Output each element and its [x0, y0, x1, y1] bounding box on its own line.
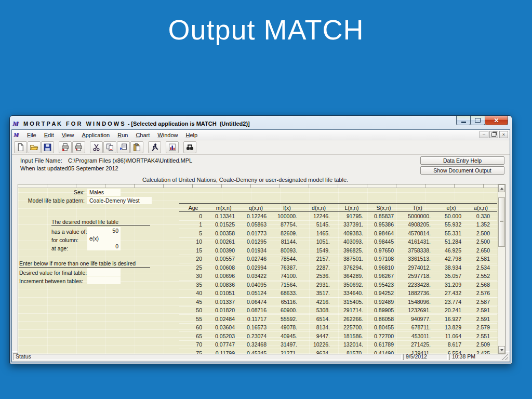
table-cell[interactable]: 2.568: [467, 282, 495, 288]
scrollbar-thumb[interactable]: [498, 197, 505, 247]
table-cell[interactable]: 15: [179, 247, 207, 254]
table-cell[interactable]: 2.551: [467, 333, 495, 339]
table-cell[interactable]: 10: [179, 238, 207, 245]
print-button[interactable]: [59, 141, 72, 153]
table-cell[interactable]: 0.01773: [240, 230, 272, 236]
table-cell[interactable]: 81570.: [335, 350, 368, 354]
table-cell[interactable]: 2.425: [467, 350, 495, 354]
table-cell[interactable]: 181586.: [335, 333, 368, 339]
table-cell[interactable]: 8134.: [302, 324, 335, 330]
table-cell[interactable]: 4161431.: [399, 238, 436, 245]
table-cell[interactable]: 0.41490: [368, 350, 399, 354]
table-cell[interactable]: 27.432: [436, 290, 467, 296]
table-cell[interactable]: 1465.: [302, 230, 335, 236]
table-cell[interactable]: 9624.: [302, 350, 335, 354]
data-entry-help-button[interactable]: Data Entry Help: [420, 156, 504, 165]
table-cell[interactable]: 9447.: [302, 333, 335, 339]
table-cell[interactable]: 0.96267: [368, 273, 399, 279]
table-cell[interactable]: 31.209: [436, 282, 467, 288]
table-cell[interactable]: 2.579: [467, 324, 495, 330]
chart-button[interactable]: [166, 141, 179, 153]
table-cell[interactable]: 0.01051: [207, 290, 240, 296]
table-cell[interactable]: 350692.: [335, 282, 368, 288]
table-cell[interactable]: 42.798: [436, 256, 467, 262]
table-cell[interactable]: 0.89905: [368, 307, 399, 313]
table-cell[interactable]: 3758338.: [399, 247, 436, 254]
table-cell[interactable]: 4570814.: [399, 230, 436, 236]
table-cell[interactable]: 376294.: [335, 264, 368, 271]
table-cell[interactable]: 940977.: [399, 316, 436, 322]
mdi-child-icon[interactable]: M: [14, 131, 22, 138]
table-cell[interactable]: 46.925: [436, 247, 467, 254]
table-cell[interactable]: 0.97108: [368, 256, 399, 262]
table-cell[interactable]: 0.72700: [368, 333, 399, 339]
table-cell[interactable]: 35.057: [436, 273, 467, 279]
table-cell[interactable]: 0.01934: [240, 247, 272, 254]
table-cell[interactable]: 49078.: [272, 324, 302, 330]
table-cell[interactable]: 453011.: [399, 333, 436, 339]
table-cell[interactable]: 35: [179, 282, 207, 288]
table-cell[interactable]: 55.331: [436, 230, 467, 236]
table-cell[interactable]: 0.01337: [207, 299, 240, 305]
table-cell[interactable]: 0.92489: [368, 299, 399, 305]
cut-button[interactable]: [90, 141, 103, 153]
table-cell[interactable]: 0.96810: [368, 264, 399, 271]
vertical-scrollbar[interactable]: [498, 184, 505, 354]
table-cell[interactable]: 0.05203: [207, 333, 240, 339]
table-cell[interactable]: 6514.: [302, 316, 335, 322]
table-cell[interactable]: 60900.: [272, 307, 302, 313]
table-cell[interactable]: 0.01820: [207, 307, 240, 313]
table-cell[interactable]: 6.554: [436, 350, 467, 354]
table-cell[interactable]: 0.11717: [240, 316, 272, 322]
table-cell[interactable]: 0.00836: [207, 282, 240, 288]
table-cell[interactable]: 409383.: [335, 230, 368, 236]
table-cell[interactable]: 65: [179, 333, 207, 339]
resize-grip-icon[interactable]: [502, 354, 508, 360]
table-cell[interactable]: 0.45245: [240, 350, 272, 354]
table-cell[interactable]: 0.97650: [368, 247, 399, 254]
table-cell[interactable]: 0.05124: [240, 290, 272, 296]
mdi-minimize-button[interactable]: –: [480, 131, 488, 138]
table-cell[interactable]: 132014.: [335, 341, 368, 348]
table-cell[interactable]: 0.12246: [240, 213, 272, 219]
table-cell[interactable]: 0.98445: [368, 238, 399, 245]
table-cell[interactable]: 0.95423: [368, 282, 399, 288]
table-cell[interactable]: 5: [179, 230, 207, 236]
menu-application[interactable]: Application: [78, 131, 114, 139]
table-cell[interactable]: 0.61789: [368, 341, 399, 348]
table-cell[interactable]: 2.587: [467, 299, 495, 305]
find-button[interactable]: [183, 141, 196, 153]
table-cell[interactable]: 23.774: [436, 299, 467, 305]
table-cell[interactable]: 0.06474: [240, 299, 272, 305]
table-cell[interactable]: 2.552: [467, 273, 495, 279]
table-cell[interactable]: 2.591: [467, 316, 495, 322]
table-cell[interactable]: 16.927: [436, 316, 467, 322]
table-cell[interactable]: 0.11799: [207, 350, 240, 354]
table-cell[interactable]: 291714.: [335, 307, 368, 313]
scroll-down-button[interactable]: [498, 346, 505, 354]
new-document-button[interactable]: [14, 141, 27, 153]
table-cell[interactable]: 0.01295: [240, 238, 272, 245]
menu-file[interactable]: File: [23, 131, 41, 139]
table-cell[interactable]: 70: [179, 341, 207, 348]
table-cell[interactable]: 1232691.: [399, 307, 436, 313]
table-cell[interactable]: 50: [179, 307, 207, 313]
table-cell[interactable]: 71564.: [272, 282, 302, 288]
table-cell[interactable]: 8.617: [436, 341, 467, 348]
table-cell[interactable]: 262266.: [335, 316, 368, 322]
table-cell[interactable]: 12246.: [302, 213, 335, 219]
table-cell[interactable]: 2157.: [302, 256, 335, 262]
table-cell[interactable]: 2.534: [467, 264, 495, 271]
table-cell[interactable]: 87754.: [272, 221, 302, 228]
table-cell[interactable]: 0.02484: [207, 316, 240, 322]
table-cell[interactable]: 396825.: [335, 247, 368, 254]
table-cell[interactable]: 2233428.: [399, 282, 436, 288]
table-cell[interactable]: 271425.: [399, 341, 436, 348]
table-cell[interactable]: 0.00608: [207, 264, 240, 271]
menu-help[interactable]: Help: [182, 131, 202, 139]
menu-edit[interactable]: Edit: [41, 131, 58, 139]
menu-chart[interactable]: Chart: [132, 131, 154, 139]
table-cell[interactable]: 364289.: [335, 273, 368, 279]
increment-input[interactable]: [87, 276, 121, 284]
table-cell[interactable]: 0.94252: [368, 290, 399, 296]
